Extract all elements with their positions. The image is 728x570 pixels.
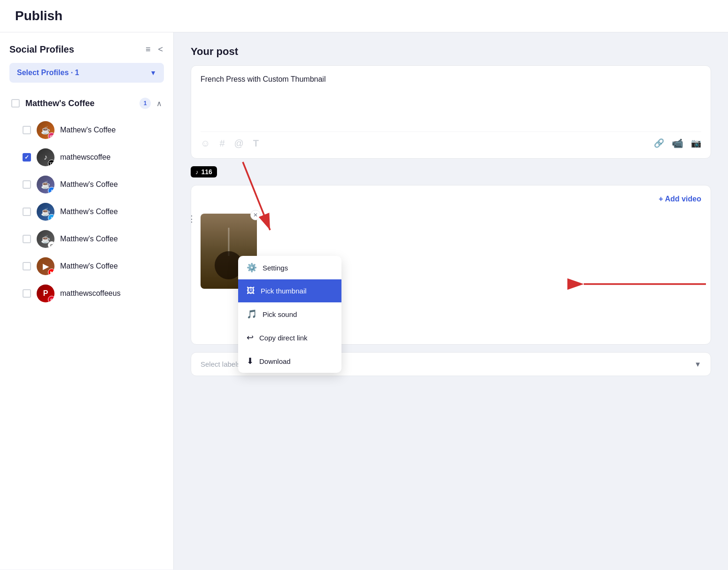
tiktok-icon: TT (48, 160, 54, 166)
pick-sound-label: Pick sound (263, 310, 297, 318)
instagram-icon: IG (48, 132, 54, 139)
select-profiles-button[interactable]: Select Profiles · 1 ▼ (9, 63, 164, 83)
tiktok-platform-badge: ♪ 116 (191, 166, 217, 177)
text-format-icon[interactable]: T (253, 138, 259, 149)
list-item: ▶ ▶ Matthew's Coffee (9, 253, 164, 280)
video-icon[interactable]: 📹 (672, 138, 683, 149)
profile-checkbox-5[interactable] (23, 235, 31, 243)
page-title: Publish (15, 8, 713, 23)
profile-checkbox-4[interactable] (23, 208, 31, 216)
filter-icon[interactable]: ≡ (145, 44, 152, 55)
pinterest-icon: P (48, 296, 54, 302)
group-header: Matthew's Coffee 1 ∧ (9, 94, 164, 113)
post-textarea[interactable] (201, 75, 701, 122)
select-profiles-label: Select Profiles · 1 (17, 69, 79, 77)
sidebar: Social Profiles ≡ < Select Profiles · 1 … (0, 32, 174, 570)
char-count: 116 (201, 168, 212, 176)
thumbnail-icon: 🖼 (247, 286, 255, 296)
main-content: Your post ☺ # @ T 🔗 📹 📷 ♪ (174, 32, 728, 570)
settings-label: Settings (263, 264, 288, 272)
profile-name-3: Matthew's Coffee (60, 180, 118, 189)
pick-sound-menu-item[interactable]: 🎵 Pick sound (238, 302, 341, 326)
avatar: ☕ t (37, 203, 54, 221)
emoji-icon[interactable]: ☺ (201, 138, 210, 149)
google-icon: G (48, 241, 54, 248)
mention-icon[interactable]: @ (234, 138, 244, 149)
three-dots-button[interactable]: ⋮ (187, 214, 196, 224)
copy-link-menu-item[interactable]: ↩ Copy direct link (238, 326, 341, 349)
chevron-down-icon: ▼ (150, 69, 156, 77)
avatar: ☕ f (37, 176, 54, 193)
avatar: ☕ IG (37, 121, 54, 139)
page-header: Publish (0, 0, 728, 32)
facebook-icon: f (48, 187, 54, 193)
copy-link-icon: ↩ (247, 332, 254, 343)
video-card: + Add video ⋮ ✕ ⚙️ Settings 🖼 Pick thumb… (191, 185, 711, 345)
sound-icon: 🎵 (247, 309, 257, 319)
tiktok-logo-icon: ♪ (195, 169, 199, 176)
settings-icon: ⚙️ (247, 262, 257, 273)
profile-checkbox-6[interactable] (23, 262, 31, 270)
link-icon[interactable]: 🔗 (654, 138, 664, 148)
avatar: ☕ G (37, 230, 54, 248)
close-thumbnail-button[interactable]: ✕ (250, 210, 261, 220)
avatar: ▶ ▶ (37, 257, 54, 275)
pick-thumbnail-menu-item[interactable]: 🖼 Pick thumbnail (238, 279, 341, 302)
profile-checkbox-3[interactable] (23, 180, 31, 189)
toolbar-left: ☺ # @ T (201, 138, 259, 149)
list-item: ☕ t Matthew's Coffee (9, 198, 164, 225)
video-thumbnail-area: ⋮ ✕ ⚙️ Settings 🖼 Pick thumbnail 🎵 (201, 214, 257, 289)
settings-menu-item[interactable]: ⚙️ Settings (238, 256, 341, 279)
post-toolbar: ☺ # @ T 🔗 📹 📷 (201, 131, 701, 149)
profile-name-6: Matthew's Coffee (60, 262, 118, 270)
post-card: ☺ # @ T 🔗 📹 📷 (191, 65, 711, 159)
profile-group: Matthew's Coffee 1 ∧ ☕ IG Mathew's Coffe… (9, 94, 164, 307)
your-post-title: Your post (191, 46, 711, 58)
list-item: P P matthewscoffeeus (9, 280, 164, 307)
camera-icon[interactable]: 📷 (691, 138, 701, 148)
profile-checkbox-2[interactable] (23, 153, 31, 162)
add-video-button[interactable]: + Add video (658, 195, 701, 203)
download-icon: ⬇ (247, 356, 254, 366)
sidebar-header: Social Profiles ≡ < (9, 44, 164, 55)
collapse-icon[interactable]: < (157, 44, 164, 55)
group-badge: 1 (139, 98, 151, 109)
group-checkbox[interactable] (11, 99, 20, 108)
profile-name-1: Mathew's Coffee (60, 126, 116, 134)
group-name: Matthew's Coffee (25, 99, 134, 108)
sidebar-title: Social Profiles (9, 44, 74, 55)
list-item: ♪ TT mathewscoffee (9, 144, 164, 171)
list-item: ☕ G Matthew's Coffee (9, 225, 164, 253)
group-toggle-button[interactable]: ∧ (156, 99, 162, 108)
download-menu-item[interactable]: ⬇ Download (238, 349, 341, 373)
sidebar-icons: ≡ < (145, 44, 164, 55)
list-item: ☕ f Matthew's Coffee (9, 171, 164, 198)
profile-checkbox-1[interactable] (23, 126, 31, 134)
profile-name-5: Matthew's Coffee (60, 235, 118, 243)
list-item: ☕ IG Mathew's Coffee (9, 116, 164, 144)
char-count-bar: ♪ 116 (191, 166, 711, 177)
context-dropdown-menu: ⚙️ Settings 🖼 Pick thumbnail 🎵 Pick soun… (238, 256, 341, 373)
pick-thumbnail-label: Pick thumbnail (261, 287, 307, 295)
arrow-right-indicator (438, 270, 711, 298)
twitter-icon: t (48, 214, 54, 221)
profile-name-4: Matthew's Coffee (60, 208, 118, 216)
youtube-icon: ▶ (48, 269, 54, 275)
toolbar-right: 🔗 📹 📷 (654, 138, 701, 149)
labels-placeholder: Select labels (201, 360, 240, 368)
avatar: P P (37, 285, 54, 302)
labels-chevron-icon: ▼ (694, 360, 701, 368)
avatar: ♪ TT (37, 148, 54, 166)
copy-link-label: Copy direct link (259, 334, 308, 342)
profile-checkbox-7[interactable] (23, 289, 31, 298)
hashtag-icon[interactable]: # (219, 138, 225, 149)
profile-name-2: mathewscoffee (60, 153, 110, 162)
main-layout: Social Profiles ≡ < Select Profiles · 1 … (0, 32, 728, 570)
profile-name-7: matthewscoffeeus (60, 289, 121, 298)
download-label: Download (259, 357, 291, 365)
